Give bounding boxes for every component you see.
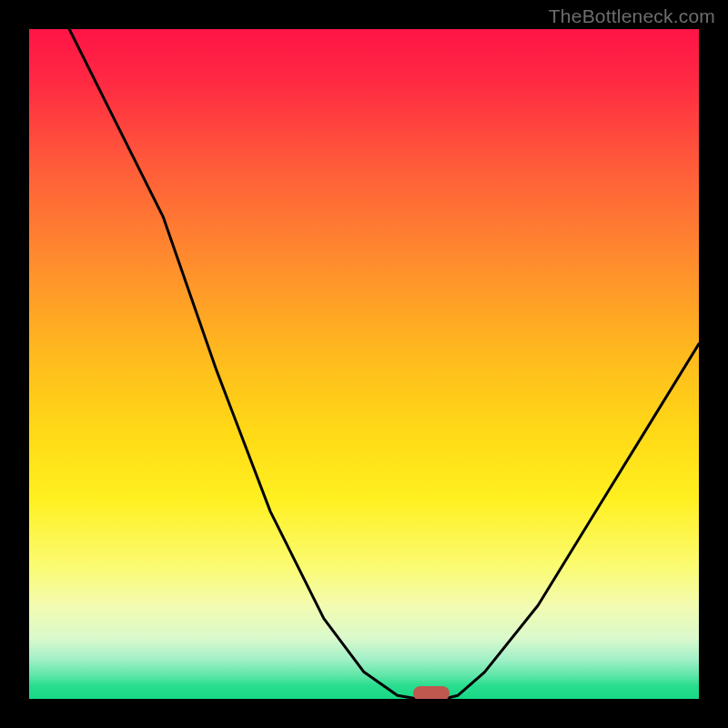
chart-frame: TheBottleneck.com (0, 0, 728, 728)
plot-area (29, 29, 699, 699)
optimal-marker (413, 686, 450, 699)
watermark-text: TheBottleneck.com (549, 5, 715, 27)
bottleneck-curve (29, 29, 699, 699)
